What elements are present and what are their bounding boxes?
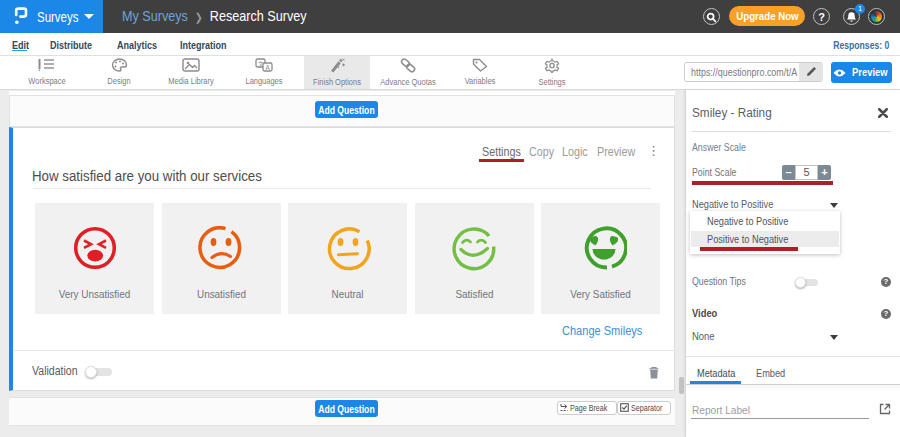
svg-text:A: A <box>266 64 271 71</box>
